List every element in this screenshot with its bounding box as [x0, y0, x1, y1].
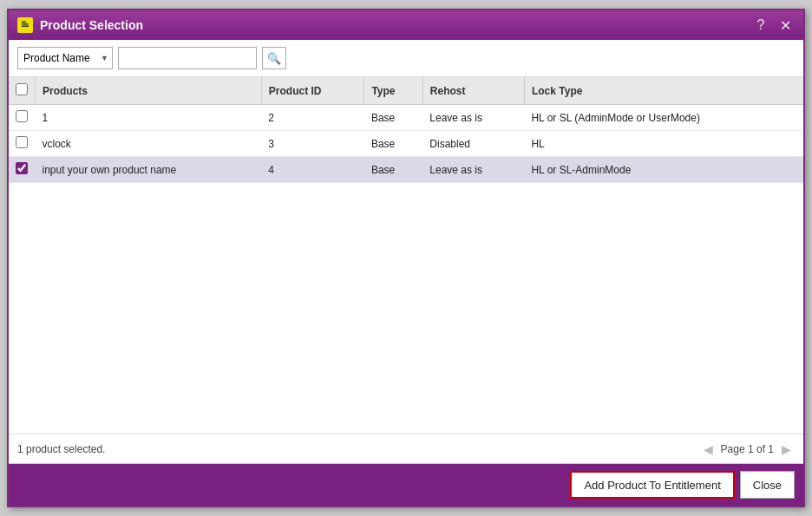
row-2-lock_type: HL or SL-AdminMode [524, 157, 803, 183]
close-button[interactable]: Close [740, 471, 795, 499]
col-header-lock-type: Lock Type [524, 77, 803, 105]
row-1-lock_type: HL [524, 131, 803, 157]
product-table-container: Products Product ID Type Rehost Lock Typ… [9, 77, 803, 434]
title-controls: ? ✕ [751, 16, 795, 35]
help-button[interactable]: ? [751, 16, 770, 35]
product-table: Products Product ID Type Rehost Lock Typ… [9, 77, 803, 183]
next-page-button[interactable]: ▶ [777, 441, 795, 458]
selection-status: 1 product selected. [17, 443, 105, 455]
search-button[interactable]: 🔍 [262, 47, 286, 69]
footer: Add Product To Entitlement Close [9, 464, 803, 506]
col-header-type: Type [364, 77, 422, 105]
row-checkbox-cell [9, 105, 36, 131]
table-header-row: Products Product ID Type Rehost Lock Typ… [9, 77, 803, 105]
row-checkbox-cell [9, 131, 36, 157]
filter-select-wrapper: Product Name Product ID Type [17, 47, 113, 69]
svg-rect-2 [22, 26, 29, 28]
table-row: vclock3BaseDisabledHL [9, 131, 803, 157]
table-row: input your own product name4BaseLeave as… [9, 157, 803, 183]
row-2-rehost: Leave as is [422, 157, 524, 183]
row-1-type: Base [364, 131, 422, 157]
row-2-product_id: 4 [261, 157, 364, 183]
filter-select[interactable]: Product Name Product ID Type [17, 47, 113, 69]
select-all-checkbox[interactable] [16, 83, 28, 95]
close-window-button[interactable]: ✕ [776, 16, 795, 35]
row-2-type: Base [364, 157, 422, 183]
page-label: Page 1 of 1 [721, 443, 774, 455]
row-0-type: Base [364, 105, 422, 131]
prev-page-button[interactable]: ◀ [700, 441, 717, 458]
row-2-products: input your own product name [36, 157, 262, 183]
row-1-product_id: 3 [261, 131, 364, 157]
dialog-title: Product Selection [40, 18, 143, 32]
col-header-rehost: Rehost [422, 77, 524, 105]
row-0-products: 1 [36, 105, 262, 131]
row-1-products: vclock [36, 131, 262, 157]
col-header-product-id: Product ID [261, 77, 364, 105]
col-header-products: Products [36, 77, 262, 105]
title-bar: Product Selection ? ✕ [9, 10, 803, 40]
row-0-rehost: Leave as is [422, 105, 524, 131]
add-product-button[interactable]: Add Product To Entitlement [570, 471, 734, 499]
row-2-checkbox[interactable] [16, 162, 28, 174]
search-input[interactable] [118, 47, 257, 69]
col-header-check [9, 77, 36, 105]
row-checkbox-cell [9, 157, 36, 183]
row-1-rehost: Disabled [422, 131, 524, 157]
toolbar: Product Name Product ID Type 🔍 [9, 40, 803, 77]
row-0-product_id: 2 [261, 105, 364, 131]
svg-rect-3 [22, 22, 26, 23]
title-bar-left: Product Selection [17, 17, 143, 33]
product-selection-dialog: Product Selection ? ✕ Product Name Produ… [7, 9, 805, 507]
row-0-lock_type: HL or SL (AdminMode or UserMode) [524, 105, 803, 131]
svg-rect-1 [22, 23, 29, 25]
search-icon: 🔍 [267, 52, 281, 65]
row-0-checkbox[interactable] [16, 110, 28, 122]
table-row: 12BaseLeave as isHL or SL (AdminMode or … [9, 105, 803, 131]
pagination-bar: 1 product selected. ◀ Page 1 of 1 ▶ [9, 434, 803, 464]
row-1-checkbox[interactable] [16, 136, 28, 148]
page-info: ◀ Page 1 of 1 ▶ [700, 441, 795, 458]
dialog-icon [17, 17, 33, 33]
